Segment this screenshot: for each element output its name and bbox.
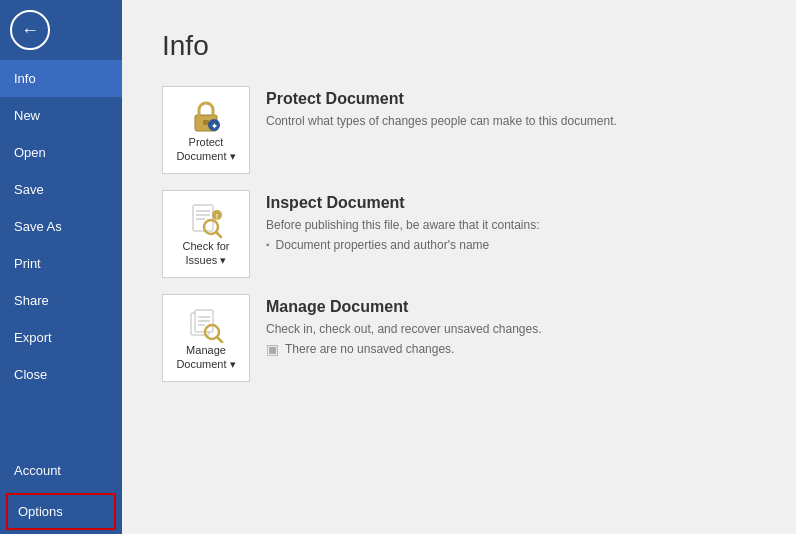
main-content: Info ✦ ProtectDocument ▾ Protect Documen… <box>122 0 796 534</box>
page-title: Info <box>162 30 756 62</box>
protect-document-text: Protect Document Control what types of c… <box>266 86 756 134</box>
svg-text:✦: ✦ <box>211 122 218 131</box>
sidebar-item-account[interactable]: Account <box>0 452 122 489</box>
inspect-icon: ! <box>187 201 225 239</box>
sidebar-item-export[interactable]: Export <box>0 319 122 356</box>
manage-document-title: Manage Document <box>266 298 756 316</box>
sidebar: ← Info New Open Save Save As Print Share… <box>0 0 122 534</box>
doc-bullet-icon: ▣ <box>266 341 279 357</box>
back-button[interactable]: ← <box>10 10 50 50</box>
sidebar-nav: Info New Open Save Save As Print Share E… <box>0 60 122 534</box>
sidebar-item-save[interactable]: Save <box>0 171 122 208</box>
svg-line-18 <box>217 337 222 342</box>
sidebar-item-options[interactable]: Options <box>6 493 116 530</box>
manage-document-desc: Check in, check out, and recover unsaved… <box>266 322 756 336</box>
manage-document-detail-text: There are no unsaved changes. <box>285 342 454 356</box>
sidebar-item-new[interactable]: New <box>0 97 122 134</box>
bullet-icon: ▪ <box>266 239 270 250</box>
manage-document-detail: ▣ There are no unsaved changes. <box>266 342 756 357</box>
manage-document-text: Manage Document Check in, check out, and… <box>266 294 756 357</box>
svg-line-9 <box>216 232 221 237</box>
inspect-document-text: Inspect Document Before publishing this … <box>266 190 756 252</box>
protect-document-label: ProtectDocument ▾ <box>176 135 235 164</box>
manage-document-card: ManageDocument ▾ Manage Document Check i… <box>162 294 756 382</box>
manage-document-button[interactable]: ManageDocument ▾ <box>162 294 250 382</box>
lock-icon: ✦ <box>187 97 225 135</box>
sidebar-item-print[interactable]: Print <box>0 245 122 282</box>
manage-icon <box>187 305 225 343</box>
manage-document-label: ManageDocument ▾ <box>176 343 235 372</box>
svg-text:!: ! <box>216 212 218 219</box>
protect-document-title: Protect Document <box>266 90 756 108</box>
sidebar-item-close[interactable]: Close <box>0 356 122 393</box>
protect-document-button[interactable]: ✦ ProtectDocument ▾ <box>162 86 250 174</box>
protect-document-card: ✦ ProtectDocument ▾ Protect Document Con… <box>162 86 756 174</box>
inspect-document-detail-text: Document properties and author's name <box>276 238 490 252</box>
sidebar-item-open[interactable]: Open <box>0 134 122 171</box>
inspect-document-button[interactable]: ! Check forIssues ▾ <box>162 190 250 278</box>
inspect-document-card: ! Check forIssues ▾ Inspect Document Bef… <box>162 190 756 278</box>
sidebar-item-info[interactable]: Info <box>0 60 122 97</box>
check-for-issues-label: Check forIssues ▾ <box>182 239 229 268</box>
inspect-document-detail: ▪ Document properties and author's name <box>266 238 756 252</box>
sidebar-item-share[interactable]: Share <box>0 282 122 319</box>
inspect-document-desc: Before publishing this file, be aware th… <box>266 218 756 232</box>
protect-document-desc: Control what types of changes people can… <box>266 114 756 128</box>
sidebar-item-save-as[interactable]: Save As <box>0 208 122 245</box>
inspect-document-title: Inspect Document <box>266 194 756 212</box>
